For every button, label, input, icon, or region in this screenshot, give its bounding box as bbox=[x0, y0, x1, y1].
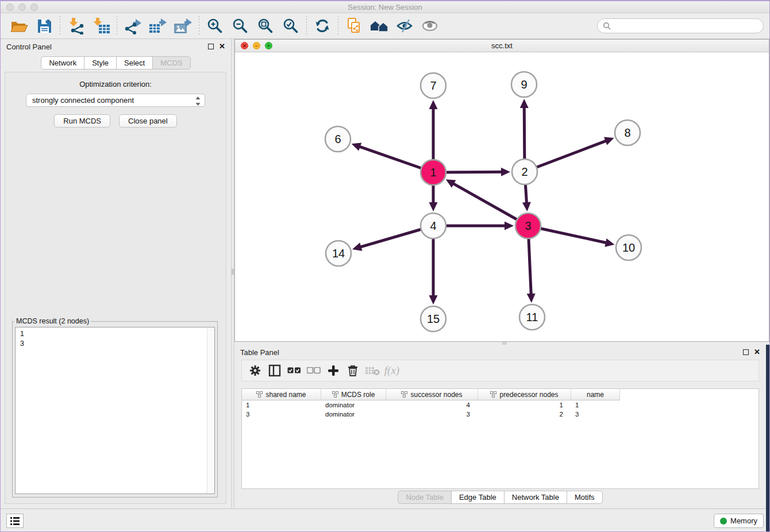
control-panel-title: Control Panel bbox=[6, 43, 52, 51]
tab-network[interactable]: Network bbox=[41, 56, 84, 70]
mcds-result-box[interactable]: 1 3 bbox=[15, 327, 215, 494]
tab-mcds[interactable]: MCDS bbox=[152, 56, 190, 70]
svg-text:2: 2 bbox=[521, 165, 528, 178]
graph-node-7[interactable]: 7 bbox=[421, 73, 446, 98]
toolbar-separator bbox=[60, 16, 60, 36]
search-field[interactable] bbox=[597, 18, 764, 33]
show-hidden-button[interactable] bbox=[417, 15, 442, 37]
show-column-button[interactable] bbox=[266, 362, 283, 379]
export-network-button[interactable] bbox=[120, 15, 145, 37]
column-type-icon bbox=[256, 391, 263, 398]
table-cell[interactable]: 1 bbox=[242, 402, 321, 408]
control-panel-tabs: Network Style Select MCDS bbox=[1, 56, 231, 70]
export-table-icon bbox=[148, 17, 168, 34]
tab-motifs[interactable]: Motifs bbox=[567, 491, 603, 504]
svg-text:10: 10 bbox=[622, 241, 635, 254]
table-cell[interactable]: 2 bbox=[478, 411, 571, 418]
table-cell[interactable]: 4 bbox=[386, 402, 478, 408]
table-header-row: shared name MCDS role successor nodes pr… bbox=[242, 389, 759, 400]
zoom-in-button[interactable] bbox=[202, 15, 228, 37]
column-header-mcds-role[interactable]: MCDS role bbox=[321, 389, 386, 400]
tab-select[interactable]: Select bbox=[116, 56, 153, 70]
close-panel-button[interactable]: Close panel bbox=[119, 114, 177, 128]
search-input[interactable] bbox=[614, 22, 758, 30]
graph-node-6[interactable]: 6 bbox=[325, 126, 351, 152]
memory-status-dot bbox=[720, 518, 727, 525]
graph-arrowhead bbox=[429, 202, 438, 211]
table-cell[interactable]: 1 bbox=[478, 402, 571, 408]
graph-node-3[interactable]: 3 bbox=[515, 213, 541, 238]
table-cell[interactable]: 3 bbox=[386, 411, 478, 418]
task-history-button[interactable] bbox=[6, 514, 24, 528]
graph-node-8[interactable]: 8 bbox=[615, 120, 640, 145]
checked-boxes-icon bbox=[287, 367, 301, 374]
close-panel-icon[interactable]: ✕ bbox=[754, 349, 760, 355]
table-cell[interactable]: 3 bbox=[571, 411, 620, 418]
select-stepper-icon bbox=[195, 97, 201, 106]
column-header-predecessor-nodes[interactable]: predecessor nodes bbox=[478, 389, 571, 400]
zoom-out-icon bbox=[232, 17, 249, 34]
tab-edge-table[interactable]: Edge Table bbox=[451, 491, 505, 504]
columns-icon bbox=[268, 364, 281, 377]
unselect-all-columns-button[interactable] bbox=[305, 362, 322, 379]
column-header-successor-nodes[interactable]: successor nodes bbox=[386, 389, 478, 400]
table-settings-button[interactable] bbox=[247, 362, 264, 379]
clone-network-button[interactable] bbox=[341, 15, 367, 37]
delete-columns-button[interactable] bbox=[344, 362, 361, 379]
control-panel-header: Control Panel ✕ bbox=[1, 39, 231, 54]
zoom-fit-icon bbox=[257, 17, 274, 34]
window-titlebar: Session: New Session bbox=[1, 1, 769, 13]
table-cell[interactable]: dominator bbox=[321, 411, 386, 418]
graph-node-4[interactable]: 4 bbox=[421, 213, 446, 238]
graph-node-1[interactable]: 1 bbox=[421, 160, 446, 185]
select-all-columns-button[interactable] bbox=[286, 362, 303, 379]
table-row[interactable]: 1dominator411 bbox=[242, 400, 759, 410]
zoom-out-button[interactable] bbox=[228, 15, 253, 37]
float-panel-icon[interactable] bbox=[743, 349, 749, 355]
save-session-button[interactable] bbox=[32, 15, 57, 37]
result-scrollbar[interactable] bbox=[207, 327, 214, 494]
graph-node-2[interactable]: 2 bbox=[512, 159, 537, 184]
network-frame-titlebar: ✕ − + scc.txt bbox=[235, 40, 769, 52]
svg-text:15: 15 bbox=[427, 313, 440, 325]
graph-node-14[interactable]: 14 bbox=[326, 241, 351, 266]
svg-text:11: 11 bbox=[526, 311, 538, 323]
open-session-button[interactable] bbox=[6, 15, 32, 37]
import-table-button[interactable] bbox=[88, 15, 114, 37]
close-panel-icon[interactable]: ✕ bbox=[219, 44, 225, 49]
gear-icon bbox=[249, 364, 261, 377]
table-cell[interactable]: dominator bbox=[321, 402, 386, 408]
graph-arrowhead bbox=[501, 168, 510, 176]
graph-node-11[interactable]: 11 bbox=[519, 304, 545, 330]
run-mcds-button[interactable]: Run MCDS bbox=[54, 114, 110, 128]
export-table-button[interactable] bbox=[145, 15, 171, 37]
import-network-button[interactable] bbox=[63, 15, 88, 37]
create-column-button[interactable] bbox=[325, 362, 342, 379]
graph-node-10[interactable]: 10 bbox=[616, 235, 641, 260]
graph-node-9[interactable]: 9 bbox=[511, 72, 537, 97]
graph-node-15[interactable]: 15 bbox=[421, 306, 446, 331]
show-networks-button[interactable] bbox=[367, 15, 392, 37]
column-header-shared-name[interactable]: shared name bbox=[242, 389, 321, 400]
table-row[interactable]: 3dominator323 bbox=[242, 410, 759, 419]
svg-text:6: 6 bbox=[334, 133, 341, 145]
table-cell[interactable]: 1 bbox=[571, 402, 620, 408]
table-tabs: Node Table Edge Table Network Table Moti… bbox=[234, 491, 766, 504]
table-cell[interactable]: 3 bbox=[242, 411, 321, 418]
memory-button[interactable]: Memory bbox=[714, 514, 764, 528]
zoom-fit-button[interactable] bbox=[253, 15, 278, 37]
tab-style[interactable]: Style bbox=[84, 56, 117, 70]
column-header-name[interactable]: name bbox=[571, 389, 620, 400]
tab-network-table[interactable]: Network Table bbox=[504, 491, 567, 504]
refresh-view-button[interactable] bbox=[310, 15, 335, 37]
criterion-select[interactable]: strongly connected component bbox=[26, 94, 205, 107]
hide-selected-button[interactable] bbox=[392, 15, 417, 37]
tab-node-table[interactable]: Node Table bbox=[398, 491, 452, 504]
export-image-button[interactable] bbox=[171, 15, 196, 37]
mcds-result-title: MCDS result (2 nodes) bbox=[14, 317, 91, 325]
network-graph[interactable]: 7968124314101511 bbox=[235, 52, 769, 341]
network-canvas[interactable]: 7968124314101511 bbox=[235, 52, 769, 341]
float-panel-icon[interactable] bbox=[208, 44, 214, 49]
splitter-grip[interactable] bbox=[232, 269, 234, 275]
zoom-selected-button[interactable] bbox=[278, 15, 303, 37]
